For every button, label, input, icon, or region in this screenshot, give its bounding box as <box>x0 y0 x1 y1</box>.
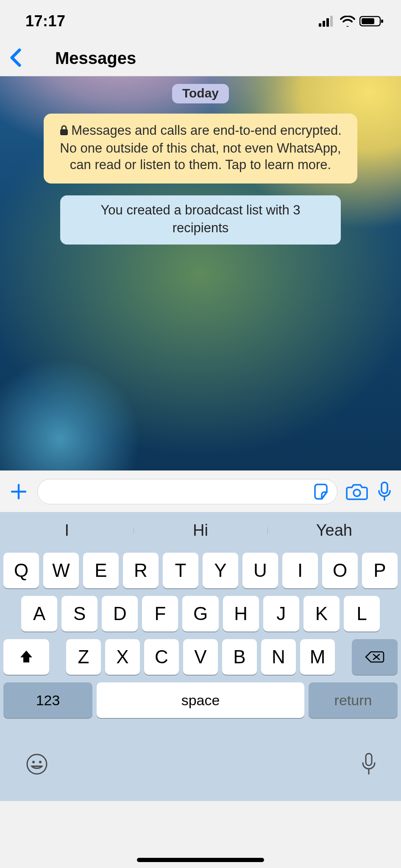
home-indicator[interactable] <box>137 858 264 862</box>
cellular-icon <box>319 16 336 27</box>
system-message: You created a broadcast list with 3 reci… <box>60 195 341 245</box>
svg-rect-19 <box>366 754 372 765</box>
key-m[interactable]: M <box>300 639 335 675</box>
wifi-icon <box>340 16 355 27</box>
svg-point-16 <box>32 761 35 763</box>
key-z[interactable]: Z <box>66 639 101 675</box>
mic-icon <box>360 752 378 776</box>
lock-icon <box>59 123 69 140</box>
key-space[interactable]: space <box>97 682 304 718</box>
keyboard-suggestions: I Hi Yeah <box>0 512 401 548</box>
key-r[interactable]: R <box>123 553 159 588</box>
key-q[interactable]: Q <box>3 553 39 588</box>
backspace-icon <box>365 650 384 664</box>
keyboard-row-2: A S D F G H J K L <box>3 596 398 632</box>
svg-rect-0 <box>319 23 321 27</box>
key-n[interactable]: N <box>261 639 296 675</box>
key-t[interactable]: T <box>163 553 198 588</box>
svg-rect-1 <box>323 21 325 27</box>
svg-point-17 <box>39 761 42 763</box>
add-attachment-button[interactable] <box>8 481 29 502</box>
keyboard: Q W E R T Y U I O P A S D F G H J K L Z … <box>0 548 401 742</box>
back-button[interactable] <box>8 48 30 69</box>
key-w[interactable]: W <box>43 553 79 588</box>
key-y[interactable]: Y <box>203 553 238 588</box>
status-icons <box>319 16 384 27</box>
key-g[interactable]: G <box>182 596 218 632</box>
key-d[interactable]: D <box>102 596 138 632</box>
date-pill: Today <box>172 84 229 103</box>
nav-header: Messages <box>0 42 401 76</box>
svg-point-15 <box>27 754 47 774</box>
status-time: 17:17 <box>25 12 66 30</box>
keyboard-utility-row <box>0 742 401 801</box>
key-i[interactable]: I <box>282 553 318 588</box>
message-input[interactable] <box>47 484 313 499</box>
key-u[interactable]: U <box>242 553 278 588</box>
key-b[interactable]: B <box>222 639 257 675</box>
key-f[interactable]: F <box>142 596 178 632</box>
key-x[interactable]: X <box>105 639 140 675</box>
key-backspace[interactable] <box>352 639 398 675</box>
message-input-wrap[interactable] <box>37 479 337 504</box>
emoji-button[interactable] <box>25 753 48 777</box>
keyboard-row-4: 123 space return <box>3 682 398 718</box>
battery-icon <box>359 16 384 27</box>
keyboard-row-3: Z X C V B N M <box>3 639 398 675</box>
suggestion-0[interactable]: I <box>0 521 134 540</box>
key-s[interactable]: S <box>61 596 97 632</box>
status-bar: 17:17 <box>0 0 401 42</box>
dictation-button[interactable] <box>360 752 378 778</box>
key-k[interactable]: K <box>304 596 340 632</box>
suggestion-2[interactable]: Yeah <box>267 521 401 540</box>
svg-point-10 <box>354 490 360 496</box>
key-o[interactable]: O <box>322 553 358 588</box>
svg-rect-7 <box>60 129 68 135</box>
svg-rect-2 <box>326 18 329 27</box>
key-shift[interactable] <box>3 639 49 675</box>
page-title: Messages <box>55 49 136 68</box>
encryption-notice-text: Messages and calls are end-to-end encryp… <box>60 123 342 172</box>
key-v[interactable]: V <box>183 639 218 675</box>
key-j[interactable]: J <box>263 596 299 632</box>
mic-button[interactable] <box>376 481 393 503</box>
emoji-icon <box>25 753 48 776</box>
svg-rect-6 <box>381 19 383 23</box>
key-h[interactable]: H <box>223 596 259 632</box>
svg-rect-5 <box>362 18 374 24</box>
key-p[interactable]: P <box>362 553 398 588</box>
key-c[interactable]: C <box>144 639 179 675</box>
encryption-notice[interactable]: Messages and calls are end-to-end encryp… <box>44 114 357 184</box>
key-return[interactable]: return <box>309 682 398 718</box>
key-e[interactable]: E <box>83 553 119 588</box>
keyboard-row-1: Q W E R T Y U I O P <box>3 553 398 588</box>
sticker-button[interactable] <box>313 483 331 501</box>
key-numeric[interactable]: 123 <box>3 682 92 718</box>
svg-rect-11 <box>382 482 387 493</box>
chat-area: Today Messages and calls are end-to-end … <box>0 76 401 470</box>
shift-icon <box>19 650 34 664</box>
suggestion-1[interactable]: Hi <box>134 521 267 540</box>
camera-button[interactable] <box>346 482 368 501</box>
svg-rect-3 <box>330 16 333 27</box>
input-bar <box>0 470 401 512</box>
key-a[interactable]: A <box>21 596 57 632</box>
key-l[interactable]: L <box>344 596 380 632</box>
